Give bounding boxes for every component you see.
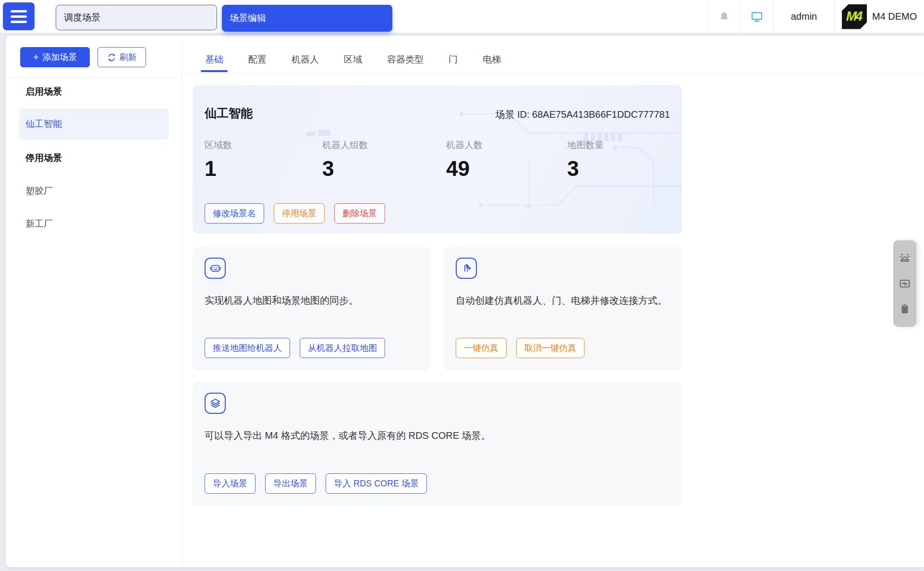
import-export-description: 可以导入导出 M4 格式的场景，或者导入原有的 RDS CORE 场景。: [205, 428, 491, 443]
pull-map-button[interactable]: 从机器人拉取地图: [300, 338, 385, 358]
stat-label-areas: 区域数: [205, 139, 232, 151]
map-sync-description: 实现机器人地图和场景地图的同步。: [205, 293, 358, 308]
map-sync-buttons: 推送地图给机器人 从机器人拉取地图: [205, 338, 385, 358]
simulation-icon: [456, 258, 477, 279]
username: admin: [791, 11, 817, 22]
sidebar-separator: [6, 77, 181, 78]
cancel-sim-button[interactable]: 取消一键仿真: [516, 338, 584, 358]
import-export-card: 可以导入导出 M4 格式的场景，或者导入原有的 RDS CORE 场景。 导入场…: [193, 382, 682, 506]
alarm-icon[interactable]: [898, 251, 912, 265]
robot-icon: [205, 258, 226, 279]
add-scene-label: 添加场景: [42, 51, 77, 63]
refresh-button[interactable]: 刷新: [97, 47, 146, 67]
tab-basic[interactable]: 基础: [205, 46, 223, 74]
rename-scene-button[interactable]: 修改场景名: [205, 203, 264, 223]
scene-summary-card: 仙工智能 场景 ID: 68AE75A413B66F1DDC777781 区域数…: [193, 85, 682, 234]
hamburger-menu-button[interactable]: [3, 2, 35, 30]
import-scene-button[interactable]: 导入场景: [205, 473, 255, 494]
stat-label-robot-groups: 机器人组数: [322, 139, 368, 151]
top-bar: 调度场景 场景编辑: [0, 0, 924, 33]
export-scene-button[interactable]: 导出场景: [265, 473, 316, 494]
simulation-buttons: 一键仿真 取消一键仿真: [456, 338, 584, 358]
refresh-label: 刷新: [120, 51, 137, 63]
content-panel: + 添加场景 刷新 启用场景 仙工智能 停用场景 塑胶厂 新工厂 基础: [6, 36, 924, 567]
stat-label-robots: 机器人数: [446, 139, 483, 151]
notifications-button[interactable]: [708, 0, 740, 33]
sidebar-item-new-factory[interactable]: 新工厂: [25, 217, 53, 231]
monitor-icon: [750, 10, 764, 24]
import-rds-core-button[interactable]: 导入 RDS CORE 场景: [326, 473, 427, 494]
scene-actions: 修改场景名 停用场景 删除场景: [205, 203, 385, 223]
plus-icon: +: [33, 52, 39, 62]
brand-name: M4 DEMO: [872, 11, 917, 22]
sidebar-item-xiangong[interactable]: 仙工智能: [19, 109, 169, 139]
tab-config[interactable]: 配置: [248, 46, 267, 74]
sidebar-group-disabled: 停用场景: [25, 151, 62, 165]
simulation-description: 自动创建仿真机器人、门、电梯并修改连接方式。: [456, 293, 674, 308]
sidebar-item-plastic-factory[interactable]: 塑胶厂: [25, 185, 53, 198]
delete-scene-button[interactable]: 删除场景: [334, 203, 385, 223]
tab-container-type[interactable]: 容器类型: [387, 46, 424, 74]
app-window: 调度场景 场景编辑: [0, 0, 924, 571]
top-tab-scene-edit[interactable]: 场景编辑: [222, 5, 392, 32]
tab-elevator[interactable]: 电梯: [483, 46, 501, 74]
top-tab-dispatch-scene[interactable]: 调度场景: [56, 5, 217, 30]
sidebar-divider: [181, 36, 182, 567]
brand-area: M4 M4 DEMO: [835, 0, 924, 33]
stat-value-robot-groups: 3: [322, 156, 334, 181]
sidebar-group-enabled: 启用场景: [25, 85, 62, 99]
bell-icon: [718, 11, 730, 23]
stat-value-areas: 1: [205, 156, 216, 181]
hamburger-icon: [11, 10, 27, 12]
tab-robot[interactable]: 机器人: [292, 46, 319, 74]
right-floating-toolbar: [893, 240, 916, 327]
user-menu[interactable]: admin: [773, 0, 835, 33]
import-export-buttons: 导入场景 导出场景 导入 RDS CORE 场景: [205, 473, 427, 494]
scene-name: 仙工智能: [205, 105, 253, 121]
m4-logo-text: M4: [846, 9, 863, 24]
disable-scene-button[interactable]: 停用场景: [274, 203, 325, 223]
monitor-pulse-icon[interactable]: [898, 276, 912, 291]
m4-logo: M4: [842, 4, 867, 29]
push-map-button[interactable]: 推送地图给机器人: [205, 338, 290, 358]
scene-edit-tabs: 基础 配置 机器人 区域 容器类型 门 电梯: [182, 46, 924, 74]
stat-value-maps: 3: [567, 156, 579, 181]
monitor-button[interactable]: [740, 0, 773, 33]
tab-door[interactable]: 门: [449, 46, 458, 74]
sidebar-item-label: 仙工智能: [25, 118, 62, 130]
tab-area[interactable]: 区域: [344, 46, 362, 74]
add-scene-button[interactable]: + 添加场景: [20, 47, 90, 67]
clipboard-icon[interactable]: [898, 302, 912, 316]
one-click-sim-button[interactable]: 一键仿真: [456, 338, 507, 358]
stat-value-robots: 49: [446, 156, 470, 181]
top-tab-label: 调度场景: [64, 12, 100, 24]
scene-id: 场景 ID: 68AE75A413B66F1DDC777781: [495, 108, 670, 121]
stat-label-maps: 地图数量: [567, 139, 604, 151]
refresh-icon: [107, 53, 116, 62]
layers-icon: [205, 393, 226, 414]
top-bar-right: admin M4 M4 DEMO: [708, 0, 924, 33]
map-sync-card: 实现机器人地图和场景地图的同步。 推送地图给机器人 从机器人拉取地图: [193, 247, 430, 371]
top-tab-label: 场景编辑: [230, 12, 266, 25]
simulation-card: 自动创建仿真机器人、门、电梯并修改连接方式。 一键仿真 取消一键仿真: [444, 247, 682, 371]
